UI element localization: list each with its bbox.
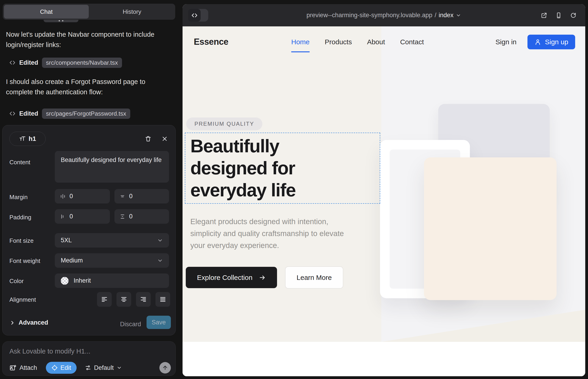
align-center-button[interactable]	[117, 292, 131, 307]
site-lower-section	[183, 342, 585, 376]
refresh-button[interactable]	[570, 12, 576, 19]
open-external-button[interactable]	[541, 12, 547, 19]
url-bar[interactable]: preview--charming-site-symphony.lovable.…	[183, 4, 585, 26]
edited-file-row[interactable]: Edited src/pages/ForgotPassword.tsx	[9, 108, 130, 119]
edit-mode-button[interactable]: Edit	[46, 362, 77, 374]
default-label: Default	[94, 364, 114, 371]
url-separator: /	[434, 12, 436, 19]
advanced-label: Advanced	[19, 319, 48, 326]
tab-chat[interactable]: Chat	[4, 5, 89, 19]
element-tag-label: h1	[29, 135, 36, 142]
color-label: Color	[9, 278, 24, 285]
color-select[interactable]: Inherit	[55, 273, 169, 288]
edited-label: Edited	[19, 110, 38, 117]
font-size-select[interactable]: 5XL	[55, 233, 169, 248]
content-value: Beautifully designed for everyday life	[61, 156, 162, 164]
padding-y-value: 0	[129, 213, 133, 220]
align-justify-button[interactable]	[155, 292, 170, 307]
align-right-button[interactable]	[136, 292, 151, 307]
sign-up-button[interactable]: Sign up	[527, 35, 575, 49]
chevron-right-icon	[9, 320, 15, 326]
site-viewport: Essence Home Products About Contact Sign…	[183, 26, 585, 342]
tab-history[interactable]: History	[90, 5, 174, 19]
edit-label: Edit	[61, 364, 71, 371]
padding-x-value: 0	[69, 213, 73, 220]
hero-heading-line: Beautifully	[190, 135, 296, 157]
content-input[interactable]: Beautifully designed for everyday life	[55, 151, 169, 183]
align-justify-icon	[159, 296, 166, 303]
chat-message: I should also create a Forgot Password p…	[6, 77, 168, 97]
edit-target-icon	[51, 364, 58, 371]
color-value: Inherit	[74, 277, 91, 284]
tab-bar: Chat History	[3, 4, 175, 20]
padding-x-icon	[60, 214, 66, 220]
mobile-view-button[interactable]	[556, 12, 562, 19]
margin-y-value: 0	[129, 193, 133, 200]
edited-file-row[interactable]: Edited src/components/Navbar.tsx	[9, 57, 122, 68]
margin-y-input[interactable]: 0	[114, 189, 169, 204]
delete-element-button[interactable]	[143, 134, 153, 144]
send-button[interactable]	[159, 362, 171, 374]
explore-collection-button[interactable]: Explore Collection	[186, 267, 277, 288]
save-button[interactable]: Save	[147, 316, 171, 329]
attach-image-icon	[9, 364, 16, 371]
font-weight-select[interactable]: Medium	[55, 253, 169, 268]
explore-collection-label: Explore Collection	[197, 274, 252, 282]
code-icon	[9, 59, 15, 66]
margin-x-value: 0	[69, 193, 73, 200]
hero-paragraph[interactable]: Elegant products designed with intention…	[190, 216, 344, 252]
chevron-down-icon	[157, 237, 163, 243]
padding-label: Padding	[9, 214, 31, 221]
margin-x-input[interactable]: 0	[55, 189, 110, 204]
hero-heading[interactable]: Beautifully designed for everyday life	[190, 135, 296, 201]
selected-element-tag: h1	[9, 132, 46, 146]
sliders-icon	[85, 364, 91, 371]
close-icon[interactable]	[160, 134, 170, 144]
decor-diagonal-wedge	[381, 310, 585, 342]
premium-quality-badge: PREMIUM QUALITY	[186, 117, 262, 130]
advanced-toggle[interactable]: Advanced	[9, 319, 48, 326]
composer-toolbar: Attach Edit Default	[9, 362, 171, 374]
margin-y-icon	[120, 193, 125, 199]
site-logo[interactable]: Essence	[194, 26, 228, 57]
padding-y-input[interactable]: 0	[114, 209, 169, 224]
nav-link-about[interactable]: About	[367, 38, 385, 46]
chat-composer: Ask Lovable to modify H1... Attach Edit	[2, 341, 176, 376]
send-arrow-icon	[162, 365, 168, 371]
file-path-badge[interactable]: src/components/Navbar.tsx	[42, 58, 122, 68]
align-left-button[interactable]	[97, 292, 112, 307]
nav-link-contact[interactable]: Contact	[400, 38, 424, 46]
nav-link-products[interactable]: Products	[325, 38, 352, 46]
hero-heading-line: designed for	[190, 157, 296, 179]
margin-label: Margin	[9, 194, 28, 201]
site-nav-links: Home Products About Contact	[291, 26, 424, 57]
learn-more-button[interactable]: Learn More	[285, 266, 343, 289]
chevron-down-icon	[456, 13, 461, 18]
file-path-badge[interactable]: src/pages/ForgotPassword.tsx	[42, 109, 130, 119]
arrow-right-icon	[259, 274, 266, 281]
composer-input[interactable]: Ask Lovable to modify H1...	[9, 347, 90, 355]
color-swatch	[61, 277, 69, 285]
margin-x-icon	[60, 193, 66, 199]
model-select[interactable]: Default	[85, 364, 122, 371]
lovable-app-window: Chat History Now let's update the Navbar…	[0, 0, 588, 379]
padding-x-input[interactable]: 0	[55, 209, 110, 224]
sign-up-label: Sign up	[545, 38, 568, 46]
font-weight-value: Medium	[61, 257, 83, 264]
chevron-down-icon	[117, 365, 122, 371]
font-size-value: 5XL	[61, 237, 72, 244]
sign-in-link[interactable]: Sign in	[495, 38, 517, 46]
attach-label: Attach	[19, 364, 37, 371]
hero-heading-line: everyday life	[190, 179, 296, 201]
alignment-label: Alignment	[9, 296, 36, 303]
decor-card-beige	[424, 157, 557, 300]
attach-button[interactable]: Attach	[9, 364, 37, 371]
nav-link-home[interactable]: Home	[291, 38, 309, 46]
align-center-icon	[120, 296, 127, 303]
element-editor-panel: h1 Content Beautifully designed for ever…	[2, 125, 176, 335]
code-icon	[9, 110, 15, 117]
discard-button[interactable]: Discard	[120, 321, 141, 328]
edited-label: Edited	[19, 59, 38, 66]
typography-icon	[19, 135, 26, 142]
url-page: index	[439, 12, 454, 19]
